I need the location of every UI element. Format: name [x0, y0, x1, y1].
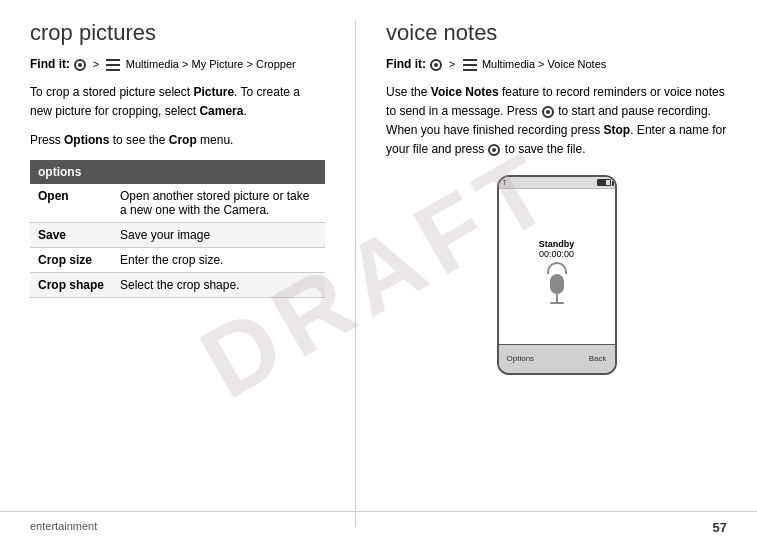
table-row: Crop shape Select the crop shape.	[30, 273, 325, 298]
menu-icon-right	[463, 59, 477, 71]
battery-icon	[597, 179, 611, 186]
voice-find-it-label: Find it:	[386, 57, 426, 71]
dot-icon-inline	[542, 106, 554, 118]
voice-body-bold: Voice Notes	[431, 85, 499, 99]
option-name: Crop size	[30, 248, 112, 273]
phone-screen: T Standby 00:00:00	[499, 177, 615, 345]
option-description: Enter the crop size.	[112, 248, 325, 273]
crop-body2-bold2: Crop	[169, 133, 197, 147]
footer-entertainment-label: entertainment	[30, 520, 97, 535]
dot-icon-inline2	[488, 144, 500, 156]
mic-arc	[547, 262, 567, 274]
option-description: Open another stored picture or take a ne…	[112, 184, 325, 223]
menu-icon-left	[106, 59, 120, 71]
mic-body	[550, 274, 564, 294]
crop-body2-pre: Press	[30, 133, 64, 147]
voice-find-it-path: Multimedia > Voice Notes	[482, 58, 606, 70]
mic-stand	[556, 294, 558, 302]
microphone-icon	[547, 264, 567, 294]
voice-body-end: to save the file.	[501, 142, 585, 156]
crop-body2-cont: to see the	[109, 133, 168, 147]
phone-bottom-bar: Options Back	[499, 345, 615, 373]
voice-body-pre: Use the	[386, 85, 431, 99]
right-column: voice notes Find it: > Multimedia > Voic…	[356, 20, 727, 527]
mic-base	[550, 302, 564, 304]
phone-screen-content: Standby 00:00:00	[507, 221, 607, 299]
option-name: Save	[30, 223, 112, 248]
crop-body1-bold: Picture	[193, 85, 234, 99]
option-name: Open	[30, 184, 112, 223]
crop-body1-end: .	[243, 104, 246, 118]
time-display: 00:00:00	[539, 249, 574, 259]
options-button-label: Options	[507, 354, 535, 363]
crop-body-text2: Press Options to see the Crop menu.	[30, 131, 325, 150]
battery-fill	[598, 180, 606, 185]
voice-find-it: Find it: > Multimedia > Voice Notes	[386, 56, 727, 73]
signal-icon: T	[503, 179, 507, 186]
standby-label: Standby	[539, 239, 575, 249]
table-row: Open Open another stored picture or take…	[30, 184, 325, 223]
phone-status-bar: T	[499, 177, 615, 189]
table-header: options	[30, 160, 325, 184]
arrow-icon-right: >	[449, 57, 455, 72]
option-description: Select the crop shape.	[112, 273, 325, 298]
crop-pictures-title: crop pictures	[30, 20, 325, 46]
option-name: Crop shape	[30, 273, 112, 298]
table-row: Crop size Enter the crop size.	[30, 248, 325, 273]
options-table: options Open Open another stored picture…	[30, 160, 325, 298]
voice-notes-title: voice notes	[386, 20, 727, 46]
dot-icon-right	[430, 59, 442, 71]
crop-body2-end: menu.	[197, 133, 234, 147]
crop-find-it-path: Multimedia > My Picture > Cropper	[126, 58, 296, 70]
dot-icon-left	[74, 59, 86, 71]
left-column: crop pictures Find it: > Multimedia > My…	[30, 20, 356, 527]
option-description: Save your image	[112, 223, 325, 248]
crop-body1-pre: To crop a stored picture select	[30, 85, 193, 99]
page-container: crop pictures Find it: > Multimedia > My…	[0, 0, 757, 547]
crop-find-it: Find it: > Multimedia > My Picture > Cro…	[30, 56, 325, 73]
phone-mockup: T Standby 00:00:00	[497, 175, 617, 375]
crop-body-text1: To crop a stored picture select Picture.…	[30, 83, 325, 121]
voice-body-bold2: Stop	[604, 123, 631, 137]
voice-body-text: Use the Voice Notes feature to record re…	[386, 83, 727, 160]
crop-body2-bold: Options	[64, 133, 109, 147]
footer-page-number: 57	[713, 520, 727, 535]
arrow-icon-left: >	[93, 57, 99, 72]
back-button-label: Back	[589, 354, 607, 363]
crop-find-it-label: Find it:	[30, 57, 70, 71]
page-footer: entertainment 57	[0, 511, 757, 535]
table-row: Save Save your image	[30, 223, 325, 248]
crop-body1-bold2: Camera	[199, 104, 243, 118]
